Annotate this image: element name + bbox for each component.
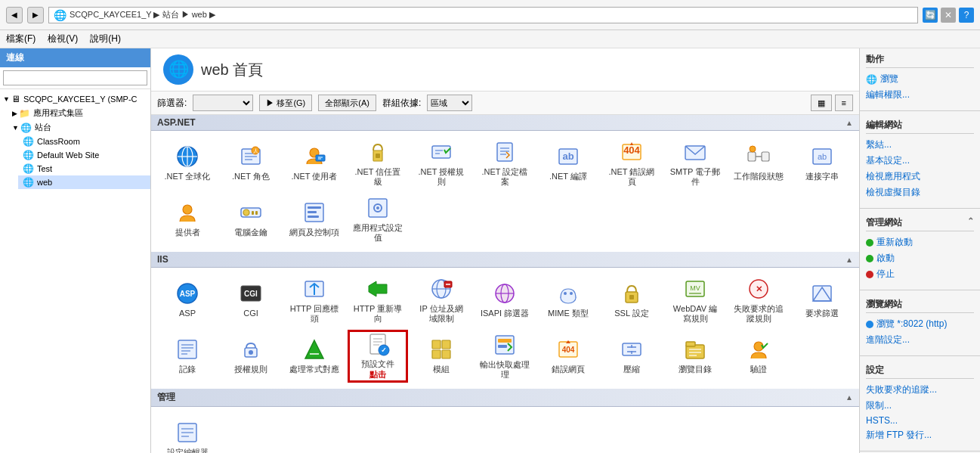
content-globe-icon: 🌐 — [163, 54, 193, 85]
icon-http-response[interactable]: HTTP 回應標頭 — [284, 274, 345, 327]
icon-app-settings[interactable]: 應用程式設定值 — [348, 193, 408, 246]
icon-connection-string[interactable]: ab 連接字串 — [792, 137, 852, 190]
icon-webdav-rules[interactable]: MV WebDAV 編寫規則 — [665, 274, 725, 327]
section-management-collapse[interactable]: ▲ — [846, 393, 853, 402]
back-button[interactable]: ◀ — [6, 7, 23, 23]
tree-item-sites[interactable]: ▼ 🌐 站台 — [9, 120, 150, 135]
icon-dotnet-role[interactable]: 人 .NET 角色 — [221, 137, 281, 190]
icon-smtp[interactable]: SMTP 電子郵件 — [665, 137, 725, 190]
icon-auth[interactable]: 驗證 — [728, 330, 789, 383]
dotnet-role-label: .NET 角色 — [232, 172, 270, 182]
tree-item-test[interactable]: 🌐 Test — [18, 162, 150, 175]
right-stop-link[interactable]: 停止 — [866, 266, 974, 282]
right-add-ftp-link[interactable]: 新增 FTP 發行... — [866, 427, 974, 443]
right-view-vdirs-link[interactable]: 檢視虛擬目錄 — [866, 185, 974, 200]
help-icon[interactable]: ? — [959, 8, 974, 23]
menu-file[interactable]: 檔案(F) — [6, 33, 36, 45]
right-hsts-link[interactable]: HSTS... — [866, 414, 974, 427]
icon-dotnet-config[interactable]: .NET 設定檔案 — [475, 137, 535, 190]
icon-output-cache[interactable]: 輸出快取處理理 — [475, 330, 535, 383]
compress-icon — [620, 337, 644, 361]
tree-item-defaultweb[interactable]: 🌐 Default Web Site — [18, 148, 150, 162]
right-advanced-settings-link[interactable]: 進階設定... — [866, 332, 974, 348]
icon-workflow[interactable]: 工作階段狀態 — [728, 137, 789, 190]
test-label: Test — [37, 164, 52, 173]
menu-view[interactable]: 檢視(V) — [48, 33, 78, 45]
server-icon: 🖥 — [11, 94, 20, 104]
stop-icon[interactable]: ✕ — [941, 8, 956, 23]
right-basic-settings-link[interactable]: 基本設定... — [866, 153, 974, 169]
icon-machine-key[interactable]: 電腦金鑰 — [221, 193, 281, 246]
defaultweb-icon: 🌐 — [23, 150, 34, 160]
sidebar-search-input[interactable] — [3, 70, 147, 85]
manage-site-collapse-btn[interactable]: ⌃ — [967, 216, 974, 226]
section-aspnet-collapse[interactable]: ▲ — [846, 119, 853, 127]
right-view-apps-link[interactable]: 檢視應用程式 — [866, 169, 974, 185]
icon-http-redirect[interactable]: HTTP 重新導向 — [348, 274, 408, 327]
defaultweb-label: Default Web Site — [37, 150, 99, 160]
icon-browse-dir[interactable]: 瀏覽目錄 — [665, 330, 725, 383]
right-start-link[interactable]: 啟動 — [866, 250, 974, 266]
right-browse-port-link[interactable]: 瀏覽 *:8022 (http) — [866, 316, 974, 332]
dotnet-config-icon — [493, 140, 517, 164]
right-restart-link[interactable]: 重新啟動 — [866, 234, 974, 250]
icon-config-editor[interactable]: 設定編輯器 — [157, 413, 218, 453]
right-browse-link[interactable]: 🌐 瀏覽 — [866, 71, 974, 87]
svg-rect-40 — [308, 206, 321, 209]
icon-dotnet-auth[interactable]: .NET 授權規則 — [411, 137, 471, 190]
right-edit-perms-link[interactable]: 編輯權限... — [866, 87, 974, 103]
section-aspnet: ASP.NET ▲ — [151, 115, 859, 131]
icon-error-pages[interactable]: 404 錯誤網頁 — [538, 330, 598, 383]
forward-button[interactable]: ▶ — [27, 7, 44, 23]
list-view-button[interactable]: ≡ — [835, 95, 853, 111]
classroom-label: ClassRoom — [37, 137, 80, 146]
restart-label: 重新啟動 — [876, 236, 913, 249]
icon-request-filter[interactable]: 要求篩選 — [792, 274, 852, 327]
svg-rect-89 — [432, 350, 441, 358]
icon-default-doc[interactable]: ✓ 預設文件 點击 — [348, 330, 408, 383]
tree-item-web[interactable]: 🌐 web — [18, 175, 150, 189]
showall-button[interactable]: 全部顯示(A) — [318, 95, 376, 111]
icon-compress[interactable]: 壓縮 — [601, 330, 662, 383]
refresh-icon[interactable]: 🔄 — [923, 8, 938, 23]
tree-item-apppool[interactable]: ▶ 📁 應用程式集區 — [9, 106, 150, 120]
icon-auth-rules[interactable]: 授權規則 — [221, 330, 281, 383]
icon-dotnet-global[interactable]: .NET 全球化 — [157, 137, 218, 190]
connection-string-label: 連接字串 — [805, 172, 839, 182]
icon-dotnet-trust[interactable]: .NET 信任置級 — [348, 137, 408, 190]
tree-item-classroom[interactable]: 🌐 ClassRoom — [18, 135, 150, 148]
dotnet-error-label: .NET 錯誤網頁 — [606, 167, 657, 187]
icon-isapi-filter[interactable]: ISAPI 篩選器 — [475, 274, 535, 327]
icon-dotnet-user[interactable]: .NET 使用者 — [284, 137, 345, 190]
section-iis-collapse[interactable]: ▲ — [846, 256, 853, 264]
icon-mime-types[interactable]: MIME 類型 — [538, 274, 598, 327]
icon-modules[interactable]: 模組 — [411, 330, 471, 383]
goto-button[interactable]: ▶ 移至(G) — [259, 95, 312, 111]
groupby-select[interactable]: 區域 — [427, 95, 472, 111]
dotnet-trust-icon — [366, 140, 390, 164]
icon-cgi[interactable]: CGI CGI — [221, 274, 281, 327]
right-limits-link[interactable]: 限制... — [866, 398, 974, 414]
icon-ip-restrict[interactable]: IP 位址及網域限制 — [411, 274, 471, 327]
icon-dotnet-compile[interactable]: ab .NET 編譯 — [538, 137, 598, 190]
stop-label: 停止 — [876, 268, 895, 281]
grid-view-button[interactable]: ▦ — [811, 95, 832, 111]
icon-failed-rules[interactable]: ✕ 失敗要求的追蹤規則 — [728, 274, 789, 327]
menu-help[interactable]: 說明(H) — [90, 33, 121, 45]
icon-dotnet-error[interactable]: 404 .NET 錯誤網頁 — [601, 137, 662, 190]
icon-logging[interactable]: 記錄 — [157, 330, 218, 383]
icon-ssl-settings[interactable]: SSL 設定 — [601, 274, 662, 327]
icon-handler-map[interactable]: 處理常式對應 — [284, 330, 345, 383]
right-failed-trace-link[interactable]: 失敗要求的追蹤... — [866, 382, 974, 398]
icon-provider[interactable]: 提供者 — [157, 193, 218, 246]
tree-item-server[interactable]: ▼ 🖥 SCQPC_KAYCEE1_Y (SMP-C — [0, 92, 150, 106]
icon-asp[interactable]: ASP ASP — [157, 274, 218, 327]
dotnet-user-label: .NET 使用者 — [292, 172, 338, 182]
http-redirect-icon — [366, 277, 390, 301]
divider-4 — [860, 355, 980, 356]
icon-page-control[interactable]: 網頁及控制項 — [284, 193, 345, 246]
request-filter-icon — [810, 281, 834, 306]
filter-select[interactable] — [193, 95, 253, 111]
isapi-filter-label: ISAPI 篩選器 — [481, 309, 529, 318]
right-bindings-link[interactable]: 繫結... — [866, 137, 974, 153]
